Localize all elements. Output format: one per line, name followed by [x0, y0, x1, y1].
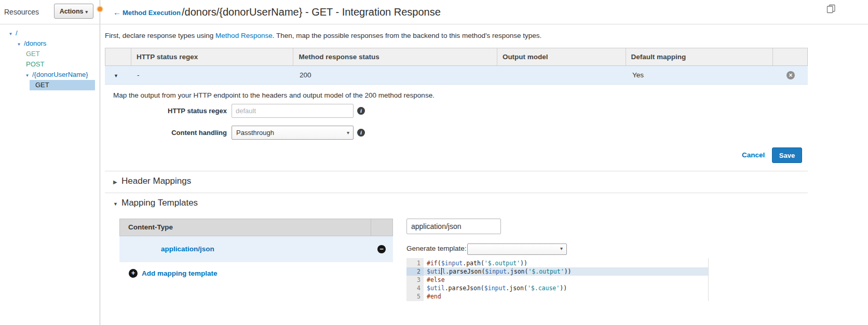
caret-down-icon[interactable]: ▼ [113, 197, 121, 211]
response-row-200[interactable]: ▼ - 200 Yes × [105, 66, 808, 85]
mapping-templates-title: Mapping Templates [121, 198, 198, 208]
method-post-link[interactable]: POST [26, 60, 44, 68]
add-mapping-template-label: Add mapping template [142, 269, 218, 277]
tree-item-donorusername[interactable]: ▼/{donorUserName} [0, 70, 100, 80]
info-icon[interactable]: i [357, 129, 365, 137]
detail-description: Map the output from your HTTP endpoint t… [113, 91, 435, 99]
add-mapping-template-button[interactable]: + Add mapping template [119, 269, 393, 278]
save-button[interactable]: Save [772, 147, 802, 163]
code-line[interactable]: $util.parseJson($input.json('$.cause')) [424, 284, 708, 292]
section-divider [105, 171, 808, 171]
sidebar-header: Resources Actions▾ [0, 0, 100, 24]
chevron-down-icon: ▾ [560, 243, 563, 254]
content-type-column-header: Content-Type [120, 219, 371, 236]
gutter-line-number: 4 [406, 284, 424, 292]
method-get-selected[interactable]: GET [30, 80, 95, 90]
remove-response-icon[interactable]: × [786, 71, 795, 79]
chevron-down-icon: ▾ [347, 126, 349, 139]
sidebar-title: Resources [4, 8, 39, 16]
code-line[interactable]: #else [424, 276, 708, 284]
header-mappings-title: Header Mappings [121, 176, 191, 186]
tree-item-donorusername-get-selected[interactable]: GET [0, 80, 100, 90]
tree-item-root[interactable]: ▼/ [0, 28, 100, 38]
copy-page-icon[interactable] [826, 4, 836, 15]
http-status-regex-label: HTTP status regex [113, 107, 227, 115]
gutter-line-number: 1 [406, 259, 424, 267]
section-divider [105, 193, 808, 193]
caret-down-icon[interactable]: ▼ [7, 29, 14, 39]
generate-template-label: Generate template: [406, 245, 467, 252]
tree-item-donors-get[interactable]: GET [0, 49, 100, 59]
code-editor[interactable]: 12345 #if($input.path('$.output'))$util.… [406, 258, 709, 301]
mapping-templates-section-toggle[interactable]: ▼Mapping Templates [113, 196, 198, 210]
resources-sidebar: Resources Actions▾ ▼/ ▼/donors GET POST … [0, 0, 100, 325]
back-to-method-execution-link[interactable]: ←Method Execution [113, 8, 181, 17]
content-handling-label: Content handling [113, 129, 227, 137]
method-get-link[interactable]: GET [26, 50, 40, 58]
resource-donorusername-link[interactable]: /{donorUserName} [32, 71, 88, 78]
actions-button[interactable]: Actions▾ [54, 4, 93, 19]
row-default-mapping: Yes [626, 66, 774, 84]
col-default-mapping: Default mapping [626, 48, 774, 65]
intro-post: . Then, map the possible responses from … [273, 32, 542, 39]
intro-pre: First, declare response types using [105, 32, 215, 39]
header-mappings-section-toggle[interactable]: ▶Header Mappings [113, 174, 191, 188]
add-icon: + [129, 269, 138, 278]
back-link-label: Method Execution [123, 9, 181, 17]
resource-donors-link[interactable]: /donors [24, 39, 46, 47]
row-caret-down-icon[interactable]: ▼ [114, 73, 118, 78]
expander-column-header [105, 48, 131, 65]
gutter-line-number: 2 [406, 267, 424, 276]
code-line[interactable]: $util.parseJson($input.json('$.output')) [424, 267, 708, 276]
content-type-table: Content-Type application/json − + Add ma… [119, 219, 393, 278]
sidebar-collapse-handle[interactable] [97, 6, 103, 12]
page-title: /donors/{donorUserName} - GET - Integrat… [182, 6, 441, 18]
col-http-status-regex: HTTP status regex [131, 48, 294, 65]
generate-template-select[interactable]: ▾ [467, 243, 567, 255]
resource-tree: ▼/ ▼/donors GET POST ▼/{donorUserName} G… [0, 24, 100, 90]
cancel-button[interactable]: Cancel [742, 147, 765, 163]
editor-code[interactable]: #if($input.path('$.output'))$util.parseJ… [424, 258, 708, 301]
tree-item-donors[interactable]: ▼/donors [0, 38, 100, 49]
http-status-regex-input[interactable] [232, 104, 354, 118]
gutter-line-number: 3 [406, 276, 424, 284]
col-method-response-status: Method response status [293, 48, 497, 65]
method-response-link[interactable]: Method Response [215, 32, 273, 39]
main-content: ←Method Execution /donors/{donorUserName… [101, 0, 868, 325]
editor-gutter: 12345 [406, 258, 424, 301]
row-method-response-status: 200 [293, 66, 497, 84]
content-handling-select[interactable]: Passthrough▾ [232, 126, 354, 140]
tree-item-donors-post[interactable]: POST [0, 59, 100, 70]
content-type-link[interactable]: application/json [161, 245, 214, 253]
actions-column-header [773, 48, 807, 65]
icon-column-header [371, 219, 392, 236]
content-type-name-input[interactable] [406, 219, 501, 234]
content-handling-value: Passthrough [236, 129, 274, 137]
content-type-table-header: Content-Type [119, 219, 393, 236]
back-arrow-icon: ← [113, 8, 121, 17]
caret-right-icon[interactable]: ▶ [113, 175, 121, 189]
page-header: ←Method Execution /donors/{donorUserName… [101, 0, 868, 24]
remove-mapping-template-icon[interactable]: − [377, 245, 386, 253]
row-http-status-regex: - [131, 66, 293, 84]
resource-root-link[interactable]: / [16, 29, 18, 37]
caret-down-icon[interactable]: ▼ [24, 71, 31, 81]
row-output-model [497, 66, 626, 84]
actions-button-label: Actions [60, 8, 84, 15]
chevron-down-icon: ▾ [85, 9, 88, 15]
integration-response-table: HTTP status regex Method response status… [105, 48, 808, 85]
code-line[interactable]: #if($input.path('$.output')) [424, 259, 708, 267]
caret-down-icon[interactable]: ▼ [16, 39, 22, 50]
col-output-model: Output model [497, 48, 626, 65]
gutter-line-number: 5 [406, 292, 424, 301]
content-type-row[interactable]: application/json − [119, 236, 393, 262]
intro-text: First, declare response types using Meth… [105, 32, 541, 39]
info-icon[interactable]: i [357, 107, 365, 115]
code-line[interactable]: #end [424, 292, 708, 301]
response-table-header: HTTP status regex Method response status… [105, 48, 808, 66]
